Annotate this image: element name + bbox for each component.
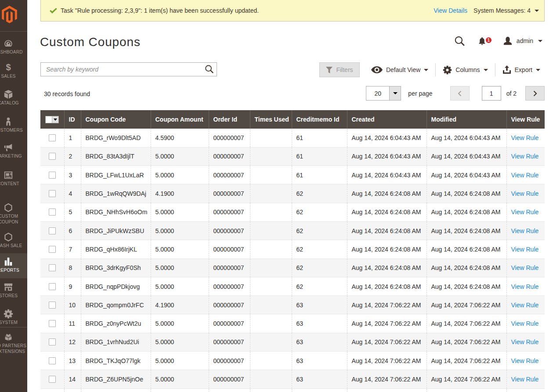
cell-coupon-amount: 5.0000 xyxy=(151,333,209,351)
view-details-link[interactable]: View Details xyxy=(434,7,467,14)
row-select-cell xyxy=(40,277,64,295)
sidebar-item-system[interactable]: System xyxy=(0,309,27,325)
search-input[interactable] xyxy=(41,63,202,76)
cell-created: Aug 14, 2024 6:24:08 AM xyxy=(347,221,426,240)
pagination: 20 per page of 2 xyxy=(366,86,545,101)
caret-down-icon xyxy=(54,119,57,121)
column-header-times-used[interactable]: Times Used xyxy=(250,110,292,129)
view-rule-link[interactable]: View Rule xyxy=(511,153,539,160)
view-rule-link[interactable]: View Rule xyxy=(511,134,539,141)
cell-id: 1 xyxy=(64,129,81,147)
row-select-cell xyxy=(40,240,64,259)
row-select-cell xyxy=(40,314,64,333)
row-checkbox[interactable] xyxy=(49,302,56,309)
view-rule-link[interactable]: View Rule xyxy=(511,264,539,271)
cell-created: Aug 14, 2024 6:04:43 AM xyxy=(347,147,426,165)
admin-account-menu[interactable]: admin xyxy=(503,36,542,46)
view-rule-link[interactable]: View Rule xyxy=(511,338,539,345)
cell-empty xyxy=(426,388,506,392)
previous-page-button[interactable] xyxy=(450,86,470,101)
cell-modified: Aug 14, 2024 7:06:22 AM xyxy=(426,333,506,351)
sidebar-item-label: Marketing xyxy=(0,153,27,159)
sidebar: Dashboard$SalesCatalogCustomersMarketing… xyxy=(0,0,27,392)
sales-icon: $ xyxy=(0,63,27,72)
cell-creditmemo-id: 63 xyxy=(292,370,347,388)
sidebar-item-find-partners-extensions[interactable]: Find Partners& Extensions xyxy=(0,332,27,354)
cell-id: 8 xyxy=(64,259,81,277)
column-header-coupon-amount[interactable]: Coupon Amount xyxy=(151,110,209,129)
grid-row: 2 BRDG_83tA3dIjlT 5.0000 000000007 61 Au… xyxy=(40,147,545,165)
column-header-modified[interactable]: Modified xyxy=(426,110,506,129)
sidebar-item-flash-sale[interactable]: Flash Sale xyxy=(0,232,27,248)
column-header-id[interactable]: ID xyxy=(64,110,81,129)
next-page-button[interactable] xyxy=(525,86,545,101)
sidebar-item-marketing[interactable]: Marketing xyxy=(0,143,27,159)
custom-coupon-icon xyxy=(0,203,27,212)
row-checkbox[interactable] xyxy=(49,190,56,197)
cell-times-used xyxy=(250,277,292,295)
row-checkbox[interactable] xyxy=(49,153,56,160)
column-header-created[interactable]: Created xyxy=(347,110,426,129)
cell-view-rule: View Rule xyxy=(506,129,545,147)
total-pages-label: of 2 xyxy=(506,90,517,97)
cell-empty xyxy=(506,388,545,392)
row-checkbox[interactable] xyxy=(49,376,56,383)
magento-logo-icon[interactable] xyxy=(0,6,29,25)
filters-button[interactable]: Filters xyxy=(319,62,360,77)
row-checkbox[interactable] xyxy=(49,172,56,179)
notifications-button[interactable]: 1 xyxy=(477,35,489,47)
current-page-input[interactable] xyxy=(482,86,501,101)
view-rule-link[interactable]: View Rule xyxy=(511,357,539,364)
cell-creditmemo-id: 63 xyxy=(292,333,347,351)
sidebar-item-reports[interactable]: Reports xyxy=(0,253,27,278)
sidebar-item-sales[interactable]: $Sales xyxy=(0,63,27,79)
search-submit-button[interactable] xyxy=(202,63,216,76)
sidebar-item-custom-coupon[interactable]: CustomCoupon xyxy=(0,203,27,225)
cell-creditmemo-id: 62 xyxy=(292,184,347,203)
view-rule-link[interactable]: View Rule xyxy=(511,376,539,383)
row-checkbox[interactable] xyxy=(49,246,56,253)
view-rule-link[interactable]: View Rule xyxy=(511,283,539,290)
system-message-text: Task "Rule processing: 2,3,9": 1 item(s)… xyxy=(61,7,259,14)
row-checkbox[interactable] xyxy=(49,320,56,327)
sidebar-item-dashboard[interactable]: Dashboard xyxy=(0,39,27,55)
row-checkbox[interactable] xyxy=(49,209,56,216)
sidebar-item-content[interactable]: Content xyxy=(0,170,27,187)
system-messages-dropdown[interactable]: System Messages: 4 xyxy=(473,7,539,14)
search-icon[interactable] xyxy=(454,35,465,47)
view-rule-link[interactable]: View Rule xyxy=(511,246,539,253)
cell-order-id: 000000007 xyxy=(209,296,250,314)
per-page-select[interactable]: 20 xyxy=(366,86,401,101)
select-all-dropdown[interactable] xyxy=(45,116,59,123)
cell-coupon-amount: 4.1900 xyxy=(151,296,209,314)
sidebar-item-catalog[interactable]: Catalog xyxy=(0,90,27,106)
columns-dropdown[interactable]: Columns xyxy=(443,65,488,75)
view-rule-link[interactable]: View Rule xyxy=(511,227,539,234)
filter-funnel-icon xyxy=(326,67,333,73)
sidebar-item-customers[interactable]: Customers xyxy=(0,117,27,133)
view-rule-link[interactable]: View Rule xyxy=(511,320,539,327)
sidebar-divider xyxy=(0,327,27,327)
row-checkbox[interactable] xyxy=(49,283,56,290)
sidebar-item-label: Dashboard xyxy=(0,49,27,55)
column-header-creditmemo-id[interactable]: Creditmemo Id xyxy=(292,110,347,129)
row-checkbox[interactable] xyxy=(49,338,56,345)
view-rule-link[interactable]: View Rule xyxy=(511,190,539,197)
view-rule-link[interactable]: View Rule xyxy=(511,172,539,179)
row-checkbox[interactable] xyxy=(49,357,56,364)
row-checkbox[interactable] xyxy=(49,134,56,141)
column-header-order-id[interactable]: Order Id xyxy=(209,110,250,129)
sidebar-item-stores[interactable]: Stores xyxy=(0,282,27,298)
cell-order-id: 000000007 xyxy=(209,221,250,240)
column-header-coupon-code[interactable]: Coupon Code xyxy=(81,110,151,129)
export-dropdown[interactable]: Export xyxy=(502,65,540,74)
default-view-dropdown[interactable]: Default View xyxy=(371,66,428,73)
sidebar-item-label: Flash Sale xyxy=(0,243,27,248)
grid-row: 6 BRDG_JiPUkWzSBU 5.0000 000000007 62 Au… xyxy=(40,221,545,240)
cell-coupon-code: BRDG_3drKgyF0Sh xyxy=(81,259,151,277)
row-checkbox[interactable] xyxy=(49,264,56,271)
view-rule-link[interactable]: View Rule xyxy=(511,209,539,216)
caret-down-icon xyxy=(393,92,398,94)
row-checkbox[interactable] xyxy=(49,227,56,234)
view-rule-link[interactable]: View Rule xyxy=(511,302,539,309)
